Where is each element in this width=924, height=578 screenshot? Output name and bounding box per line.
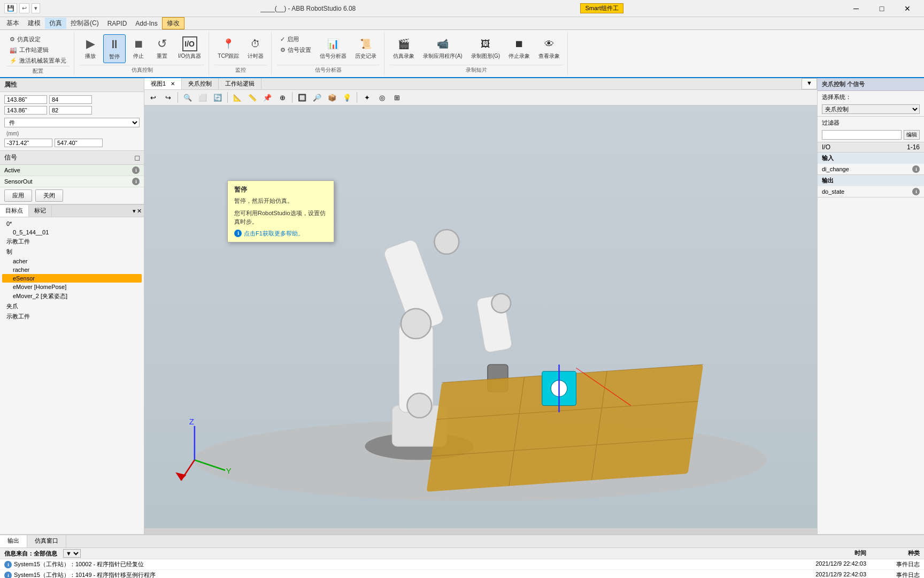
btn-tcp-trace[interactable]: 📍 TCP跟踪 [214, 34, 242, 62]
tab-targets[interactable]: 目标点 [0, 205, 29, 217]
vp-tool-measure[interactable]: 📐 [231, 91, 244, 104]
vp-tab-clamp[interactable]: 夹爪控制 [182, 78, 219, 89]
output-header-row: 信息来自：全部信息 ▼ 时间 种类 [0, 548, 924, 559]
vp-tool-frame[interactable]: ⬜ [196, 91, 209, 104]
menu-rapid[interactable]: RAPID [103, 19, 132, 28]
vp-tab-dropdown[interactable]: ▼ [802, 78, 817, 89]
menu-controller[interactable]: 控制器(C) [66, 18, 103, 29]
vp-tool-ruler[interactable]: 📏 [246, 91, 259, 104]
tree-item-2[interactable]: 示教工件 [2, 237, 142, 247]
tree-item-1[interactable]: 0_5_144__01 [2, 228, 142, 237]
tree-item-teach[interactable]: 示教工件 [2, 311, 142, 322]
io-indicator-di-change[interactable]: ℹ [912, 165, 920, 173]
vp-tool-add[interactable]: ⊕ [276, 91, 289, 104]
quick-access-icon2[interactable]: ↩ [19, 3, 29, 13]
btn-io[interactable]: I/O I/O仿真器 [175, 34, 204, 62]
prop-input-2b[interactable] [49, 106, 92, 115]
prop-input-1a[interactable] [4, 95, 47, 104]
vp-tool-light[interactable]: 💡 [341, 91, 353, 104]
maximize-button[interactable]: □ [869, 1, 894, 17]
prop-input-1b[interactable] [49, 95, 92, 104]
tree-item-sensor[interactable]: eSensor [2, 274, 142, 283]
menu-modify[interactable]: 修改 [162, 17, 184, 29]
vp-tab-view1-close[interactable]: ✕ [171, 81, 175, 87]
system-select-dropdown[interactable]: 夹爪控制 [822, 104, 920, 114]
vp-tool-search[interactable]: 🔎 [311, 91, 324, 104]
io-indicator-do-state[interactable]: ℹ [912, 188, 920, 195]
filter-edit-button[interactable]: 编辑 [904, 130, 920, 140]
prop-input-2a[interactable] [4, 106, 47, 115]
tree-item-acher1[interactable]: acher [2, 257, 142, 265]
tree-item-3[interactable]: 制 [2, 247, 142, 257]
tree-item-0[interactable]: 0* [2, 219, 142, 228]
tree-item-mover1[interactable]: eMover [HomePose] [2, 283, 142, 291]
apply-button[interactable]: 应用 [4, 189, 32, 202]
btn-timer[interactable]: ⏱ 计时器 [244, 34, 267, 62]
minimize-button[interactable]: ─ [844, 1, 868, 17]
ribbon-group-record-content: 🎬 仿真录象 📹 录制应用程序(A) 🖼 录制图形(G) ⏹ 停止录象 👁 [390, 32, 563, 65]
tooltip-footer[interactable]: ℹ 点击F1获取更多帮助。 [234, 230, 327, 238]
quick-access-dropdown[interactable]: ▾ [32, 3, 40, 13]
menu-addins[interactable]: Add-Ins [131, 19, 161, 28]
btn-record-app[interactable]: 📹 录制应用程序(A) [420, 34, 465, 62]
ribbon-group-simctrl-content: ▶ 播放 ⏸ 暂停 ⏹ 停止 ↺ 重置 I/O I/O仿真器 [80, 32, 204, 65]
output-header: 输出 [818, 175, 924, 186]
btn-reset[interactable]: ↺ 重置 [151, 34, 173, 62]
btn-sig-settings[interactable]: ⚙ 信号设置 [277, 45, 314, 55]
vp-tool-redo[interactable]: ↪ [161, 91, 174, 104]
tab-marks[interactable]: 标记 [29, 205, 52, 217]
coord-x[interactable] [4, 139, 52, 147]
coord-y[interactable] [55, 139, 103, 147]
btn-stop[interactable]: ⏹ 停止 [128, 34, 149, 62]
menu-build[interactable]: 建模 [24, 18, 45, 29]
btn-sim-record[interactable]: 🎬 仿真录象 [390, 34, 418, 62]
signal-indicator-active[interactable]: ℹ [132, 166, 140, 174]
close-button-left[interactable]: 关闭 [35, 189, 63, 202]
vp-tool-undo[interactable]: ↩ [147, 91, 159, 104]
btn-view-record[interactable]: 👁 查看录象 [535, 34, 563, 62]
left-tab-close[interactable]: ✕ [137, 208, 142, 215]
output-tab-output[interactable]: 输出 [0, 535, 27, 547]
vp-tool-extra3[interactable]: ⊞ [390, 91, 403, 104]
tree-item-acher2[interactable]: racher [2, 265, 142, 274]
vp-tab-view1[interactable]: 视图1 ✕ [144, 78, 182, 89]
btn-pause[interactable]: ⏸ 暂停 [103, 34, 126, 63]
ribbon-small-group-sig: ✓ 启用 ⚙ 信号设置 [277, 34, 314, 55]
vp-tool-rotate[interactable]: 🔄 [211, 91, 224, 104]
vp-tool-zoom[interactable]: 🔍 [181, 91, 194, 104]
component-select[interactable]: 件 [4, 118, 140, 127]
left-tab-dropdown[interactable]: ▾ [133, 208, 136, 215]
vp-tool-extra1[interactable]: ✦ [360, 91, 373, 104]
input-section: 输入 di_change ℹ [818, 153, 924, 175]
btn-play[interactable]: ▶ 播放 [80, 34, 101, 62]
quick-access-icon[interactable]: 💾 [4, 3, 17, 13]
btn-record-fig[interactable]: 🖼 录制图形(G) [468, 34, 503, 62]
btn-activate[interactable]: ⚡ 激活机械装置单元 [6, 56, 70, 66]
close-button[interactable]: ✕ [895, 1, 920, 17]
btn-workstation[interactable]: 🏭 工作站逻辑 [6, 45, 70, 55]
pause-icon: ⏸ [107, 37, 122, 52]
output-tab-simwindow[interactable]: 仿真窗口 [27, 535, 66, 547]
menu-sim[interactable]: 仿真 [45, 18, 66, 29]
vp-tool-pin[interactable]: 📌 [261, 91, 274, 104]
filter-input[interactable] [822, 130, 902, 140]
vp-tool-extra2[interactable]: ◎ [375, 91, 388, 104]
btn-sim-settings[interactable]: ⚙ 仿真设定 [6, 34, 70, 44]
vp-tab-logic[interactable]: 工作站逻辑 [219, 78, 261, 89]
svg-point-9 [491, 294, 511, 313]
smart-tab-label[interactable]: Smart组件工 [580, 3, 623, 13]
scene-3d[interactable]: Z Y 暂停 暂停，然后开始仿真。 您可利用RobotStudio选项，设置仿真… [144, 105, 817, 528]
tree-item-mover2[interactable]: eMover_2 [夹紧姿态] [2, 291, 142, 301]
signal-indicator-sensor[interactable]: ℹ [132, 178, 140, 185]
tree-item-clamp[interactable]: 夹爪 [2, 301, 142, 311]
stop-label: 停止 [133, 52, 144, 60]
vp-tool-package[interactable]: 📦 [326, 91, 338, 104]
output-filter-select[interactable]: ▼ [63, 549, 81, 558]
btn-history[interactable]: 📜 历史记录 [352, 34, 380, 62]
out-row-type: 事件日志 [877, 571, 920, 578]
vp-tool-box[interactable]: 🔲 [296, 91, 309, 104]
btn-enable-sig[interactable]: ✓ 启用 [277, 34, 314, 44]
btn-stop-record[interactable]: ⏹ 停止录象 [505, 34, 533, 62]
menu-basic[interactable]: 基本 [2, 18, 24, 29]
btn-sig-analyzer[interactable]: 📊 信号分析器 [317, 34, 350, 62]
